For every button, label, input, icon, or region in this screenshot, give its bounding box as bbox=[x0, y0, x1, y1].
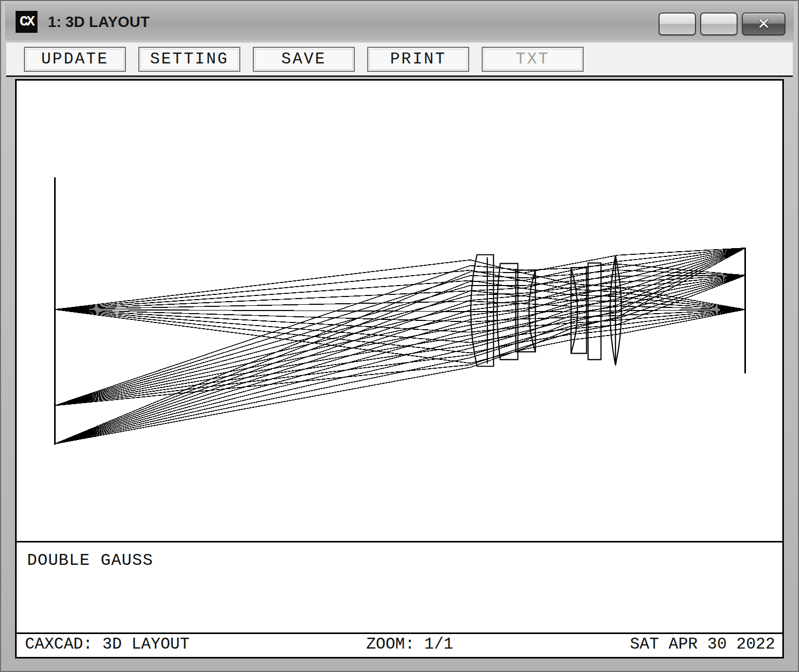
lens-title: DOUBLE GAUSS bbox=[27, 551, 153, 570]
annotation-area: DOUBLE GAUSS bbox=[17, 542, 782, 634]
toolbar-button-setting[interactable]: SETTING bbox=[138, 47, 240, 72]
ray-field-0-on-axis bbox=[55, 309, 745, 353]
minimize-button[interactable] bbox=[659, 12, 696, 35]
layout-canvas[interactable] bbox=[17, 81, 782, 542]
toolbar-button-update[interactable]: UPDATE bbox=[24, 47, 126, 72]
close-icon: ✕ bbox=[757, 16, 770, 32]
status-zoom-level: ZOOM: 1/1 bbox=[366, 635, 453, 653]
status-bar: CAXCAD: 3D LAYOUT ZOOM: 1/1 SAT APR 30 2… bbox=[17, 634, 782, 657]
layout-panel: DOUBLE GAUSS CAXCAD: 3D LAYOUT ZOOM: 1/1… bbox=[15, 79, 784, 658]
close-button[interactable]: ✕ bbox=[742, 12, 785, 35]
status-date: SAT APR 30 2022 bbox=[630, 635, 775, 653]
titlebar[interactable]: CX 1: 3D LAYOUT ✕ bbox=[5, 3, 794, 41]
raytrace-diagram bbox=[17, 81, 782, 541]
app-window: CX 1: 3D LAYOUT ✕ UPDATESETTINGSAVEPRINT… bbox=[0, 0, 799, 672]
toolbar-button-txt[interactable]: TXT bbox=[482, 47, 584, 72]
toolbar: UPDATESETTINGSAVEPRINTTXT bbox=[6, 43, 793, 77]
toolbar-button-save[interactable]: SAVE bbox=[253, 47, 355, 72]
status-app-label: CAXCAD: 3D LAYOUT bbox=[25, 635, 189, 653]
app-icon: CX bbox=[16, 11, 37, 33]
window-title: 1: 3D LAYOUT bbox=[48, 14, 150, 31]
toolbar-button-print[interactable]: PRINT bbox=[367, 47, 469, 72]
window-controls: ✕ bbox=[659, 12, 785, 35]
maximize-button[interactable] bbox=[700, 12, 738, 35]
